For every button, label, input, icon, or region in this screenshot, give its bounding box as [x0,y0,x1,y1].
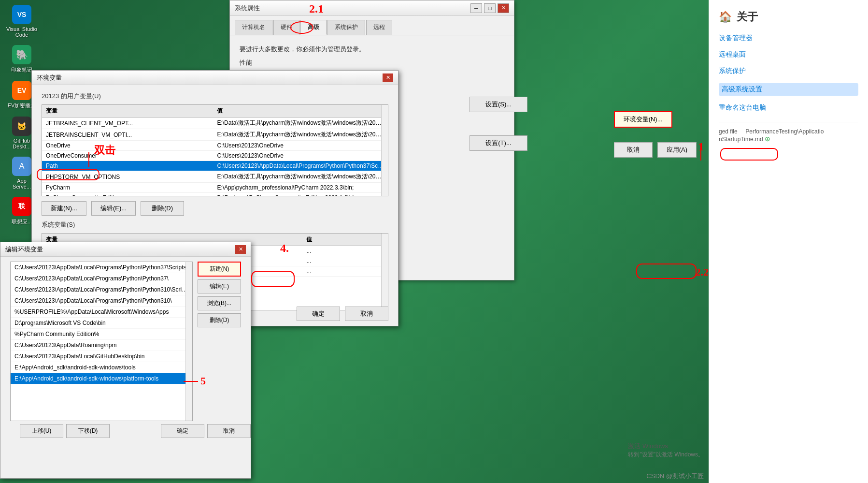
path-item[interactable]: C:\Users\20123\AppData\Local\Programs\Py… [11,262,192,273]
home-icon: 🏠 [719,11,732,23]
path-item[interactable]: D:\programs\Microsoft VS Code\bin [11,318,192,329]
table-row[interactable]: PHPSTORM_VM_OPTIONS E:\Data\激活工具\pycharm… [42,171,388,183]
edit-path-close-button[interactable]: ✕ [235,245,246,254]
file-info: ged file PerformanceTesting\Applicatio n… [719,122,858,143]
settings-t-button[interactable]: 设置(T)... [470,135,527,151]
edit-path-content: C:\Users\20123\AppData\Local\Programs\Py… [10,262,241,421]
advanced-sys-link[interactable]: 高级系统设置 [719,83,858,96]
table-row[interactable]: PyCharm Community Edition D:\Pycharm\PyC… [42,193,388,197]
annotation-1: 1 [698,140,704,153]
path-item[interactable]: %PyCharm Community Edition% [11,329,192,340]
move-down-button[interactable]: 下移(D) [66,424,110,438]
desktop: VS Visual Studio Code 🐘 印象笔记 EV EV加密播放 🐱… [0,0,868,483]
user-vars-table: 变量 值 JETBRAINS_CLIENT_VM_OPT... E:\Data\… [42,105,388,196]
arrow-1 [700,146,701,161]
path-item[interactable]: C:\Users\20123\AppData\Local\Programs\Py… [11,284,192,295]
rename-pc-link[interactable]: 重命名这台电脑 [719,103,858,112]
sys-props-note: 要进行大多数更改，你必须作为管理员登录。 [240,45,504,54]
edit-path-title: 编辑环境变量 [5,245,235,254]
env-button[interactable]: 环境变量(N)... [614,111,672,128]
path-item[interactable]: %USERPROFILE%\AppData\Local\Microsoft\Wi… [11,307,192,318]
path-cancel-button[interactable]: 取消 [207,424,251,438]
right-panel-header: 🏠 关于 [719,10,858,24]
titlebar-buttons: ─ □ ✕ [470,3,509,13]
activate-sub-text: 转到"设置"以激活 Windows。 [628,451,704,459]
path-item[interactable]: E:\App\Android_sdk\android-sdk-windows\t… [11,362,192,373]
env-var-titlebar: 环境变量 ✕ [32,71,398,85]
settings-s-button[interactable]: 设置(S)... [470,97,527,112]
apply-button[interactable]: 应用(A) [657,142,697,158]
user-vars-table-container: 变量 值 JETBRAINS_CLIENT_VM_OPT... E:\Data\… [42,104,388,196]
col-var: 变量 [42,105,213,117]
new-path-button[interactable]: 新建(N) [198,262,241,277]
tab-remote[interactable]: 远程 [366,20,392,35]
env-ok-button[interactable]: 确定 [297,307,340,321]
maximize-button[interactable]: □ [484,3,496,13]
path-item[interactable]: C:\Users\20123\AppData\Local\Programs\Py… [11,295,192,307]
file-label2: nStartupTime.md ⊕ [719,135,858,143]
tab-advanced[interactable]: 高级 [300,20,327,35]
sys-props-section: 性能 [240,59,504,67]
path-action-buttons: 新建(N) 编辑(E) 浏览(B)... 删除(D) [193,262,241,421]
sys-props-tabs: 计算机名 硬件 高级 系统保护 远程 [230,16,514,35]
activate-windows: 激活 Windows 转到"设置"以激活 Windows。 [628,442,704,459]
evernote-icon[interactable]: 🐘 印象笔记 [5,45,39,73]
browse-path-button[interactable]: 浏览(B)... [198,296,241,310]
csdn-watermark: CSDN @测试小工匠 [646,472,704,481]
move-buttons: 上移(U) 下移(D) [20,424,110,438]
env-cancel-button[interactable]: 取消 [345,307,388,321]
edit-user-var-button[interactable]: 编辑(E)... [91,201,136,216]
user-vars-buttons: 新建(N)... 编辑(E)... 删除(D) [42,201,388,216]
remote-desktop-link[interactable]: 远程桌面 [719,50,858,59]
path-item[interactable]: C:\Users\20123\AppData\Local\GitHubDeskt… [11,351,192,362]
close-button[interactable]: ✕ [498,3,509,13]
table-row[interactable]: JETBRAINSCLIENT_VM_OPTI... E:\Data\激活工具\… [42,129,388,141]
tab-computer-name[interactable]: 计算机名 [235,20,272,35]
right-panel: 🏠 关于 设备管理器 远程桌面 系统保护 高级系统设置 重命名这台电脑 ged … [709,0,868,483]
delete-user-var-button[interactable]: 删除(D) [141,201,184,216]
annotation-2-2: 2.2 [696,266,709,278]
delete-path-button[interactable]: 删除(D) [198,313,241,327]
col-val: 值 [213,105,388,117]
edit-path-titlebar: 编辑环境变量 ✕ [0,242,251,257]
edit-path-dialog: 编辑环境变量 ✕ C:\Users\20123\AppData\Local\Pr… [0,242,251,479]
csdn-text: CSDN @测试小工匠 [646,472,704,480]
path-item-platform-tools[interactable]: E:\App\Android_sdk\android-sdk-windows\p… [11,373,192,384]
sys-table-scrollbar[interactable] [381,234,388,310]
env-var-close-button[interactable]: ✕ [383,73,393,82]
activate-text: 激活 Windows [628,442,704,451]
cancel-button[interactable]: 取消 [614,142,653,158]
path-list-scrollbar[interactable] [185,262,192,421]
user-table-scrollbar[interactable] [381,105,388,196]
ok-cancel-buttons: 确定 取消 [161,424,251,438]
minimize-button[interactable]: ─ [470,3,482,13]
table-row-path[interactable]: Path C:\Users\20123\AppData\Local\Progra… [42,161,388,171]
circle-env-button [636,263,697,279]
vscode-icon[interactable]: VS Visual Studio Code [5,5,39,38]
table-row[interactable]: OneDriveConsumer C:\Users\20123\OneDrive [42,151,388,161]
path-item[interactable]: C:\Users\20123\AppData\Roaming\npm [11,340,192,351]
edit-path-button[interactable]: 编辑(E) [198,279,241,293]
right-panel-title: 关于 [737,10,758,24]
tab-sys-protection[interactable]: 系统保护 [327,20,365,35]
table-row[interactable]: PyCharm E:\App\pycharm_professional\PyCh… [42,183,388,193]
tab-hardware[interactable]: 硬件 [273,20,299,35]
path-ok-button[interactable]: 确定 [161,424,204,438]
file-label1: ged file PerformanceTesting\Applicatio [719,128,858,135]
path-list-container: C:\Users\20123\AppData\Local\Programs\Py… [10,262,193,421]
sys-vars-label: 系统变量(S) [42,220,388,229]
edit-path-footer: 上移(U) 下移(D) 确定 取消 [10,421,260,441]
move-up-button[interactable]: 上移(U) [20,424,63,438]
sys-protection-link[interactable]: 系统保护 [719,67,858,75]
device-manager-link[interactable]: 设备管理器 [719,34,858,43]
env-var-title: 环境变量 [37,73,383,82]
sys-props-title: 系统属性 [235,4,470,13]
table-row[interactable]: OneDrive C:\Users\20123\OneDrive [42,141,388,151]
path-item[interactable]: C:\Users\20123\AppData\Local\Programs\Py… [11,273,192,284]
user-vars-label: 20123 的用户变量(U) [42,92,388,101]
table-row[interactable]: JETBRAINS_CLIENT_VM_OPT... E:\Data\激活工具\… [42,117,388,129]
sys-props-titlebar: 系统属性 ─ □ ✕ [230,0,514,16]
new-user-var-button[interactable]: 新建(N)... [42,201,86,216]
right-buttons-panel: 设置(S)... 设置(E)... 设置(T)... 环境变量(N)... 取消… [614,97,697,165]
